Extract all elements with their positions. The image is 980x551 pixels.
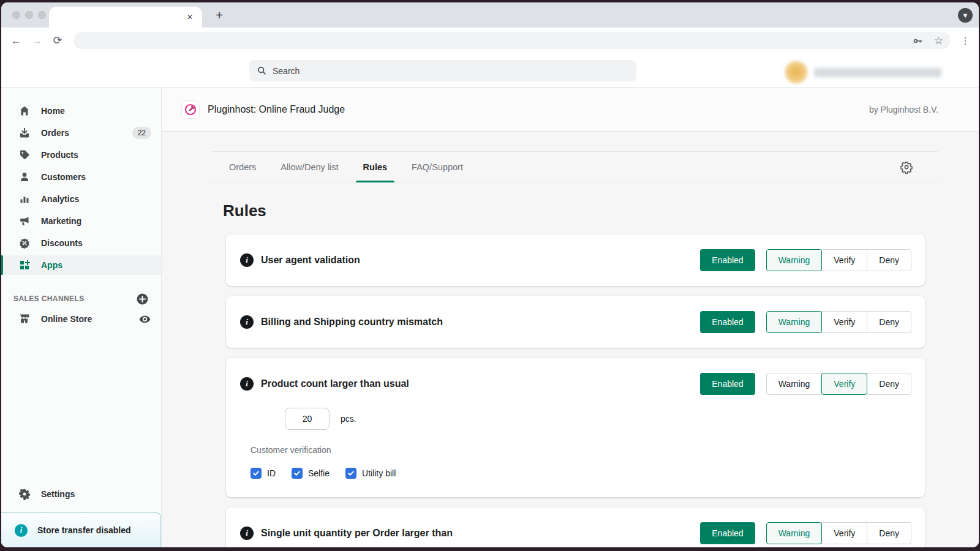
checkbox-label: Utility bill [362, 468, 396, 478]
action-deny-button[interactable]: Deny [867, 311, 911, 333]
reload-icon[interactable]: ⟳ [49, 32, 66, 49]
close-window-button[interactable] [12, 11, 20, 19]
rule-title: Single unit quantity per Order larger th… [261, 528, 700, 539]
orders-icon [18, 127, 31, 139]
action-deny-button[interactable]: Deny [867, 522, 911, 544]
tab-rules[interactable]: Rules [351, 152, 400, 182]
app-byline: by Pluginhost B.V. [869, 105, 938, 114]
rule-enabled-button[interactable]: Enabled [700, 311, 755, 333]
page-title: Rules [223, 201, 979, 220]
action-verify-button[interactable]: Verify [821, 311, 867, 333]
rule-title: Billing and Shipping country mismatch [261, 317, 700, 328]
sidebar-item-settings[interactable]: Settings [1, 484, 161, 504]
sidebar-item-label: Settings [41, 489, 151, 499]
info-icon[interactable]: i [240, 377, 254, 391]
app-header: Pluginhost: Online Fraud Judge by Plugin… [162, 88, 979, 132]
checkbox-selfie[interactable]: Selfie [292, 468, 330, 479]
info-icon[interactable]: i [240, 527, 254, 540]
view-online-store-eye-icon[interactable] [138, 313, 151, 326]
rule-card-product-count: i Product count larger than usual Enable… [226, 358, 925, 497]
tab-close-icon[interactable]: ✕ [184, 11, 196, 23]
sidebar-item-analytics[interactable]: Analytics [1, 189, 161, 209]
action-deny-button[interactable]: Deny [867, 249, 911, 271]
action-verify-button[interactable]: Verify [821, 249, 867, 271]
sidebar-item-customers[interactable]: Customers [1, 167, 161, 187]
minimize-window-button[interactable] [25, 11, 33, 19]
marketing-megaphone-icon [18, 215, 31, 227]
checkbox-label: Selfie [308, 468, 330, 478]
checkbox-utility-bill[interactable]: Utility bill [345, 468, 396, 479]
address-bar[interactable]: ☆ [74, 32, 951, 49]
sidebar-item-discounts[interactable]: Discounts [1, 233, 161, 253]
rule-card-single-unit-quantity: i Single unit quantity per Order larger … [226, 508, 925, 547]
sidebar-item-home[interactable]: Home [1, 101, 161, 121]
sidebar-item-orders[interactable]: Orders 22 [1, 123, 161, 143]
products-tag-icon [18, 149, 31, 161]
threshold-input[interactable] [285, 408, 330, 430]
action-warning-button[interactable]: Warning [766, 373, 823, 395]
window-traffic-lights[interactable] [12, 11, 46, 19]
checkbox-checked-icon [292, 468, 303, 479]
info-icon[interactable]: i [240, 253, 254, 267]
tab-allow-deny-list[interactable]: Allow/Deny list [268, 152, 350, 182]
verification-checkboxes: ID Selfie Utility bill [251, 468, 911, 479]
sidebar-item-label: Apps [41, 260, 151, 270]
sidebar-item-label: Analytics [41, 194, 151, 204]
search-placeholder: Search [273, 66, 300, 76]
info-icon[interactable]: i [240, 315, 254, 329]
search-input[interactable]: Search [249, 60, 636, 81]
sidebar-item-marketing[interactable]: Marketing [1, 211, 161, 231]
customers-icon [18, 171, 31, 183]
sidebar-item-products[interactable]: Products [1, 145, 161, 165]
sidebar-item-label: Orders [41, 128, 122, 138]
rule-action-segmented-control: Warning Verify Deny [766, 522, 911, 544]
sidebar-item-apps[interactable]: Apps [1, 255, 161, 275]
rule-title: User agent validation [261, 255, 700, 266]
sidebar-item-label: Discounts [41, 238, 151, 248]
back-icon[interactable]: ← [7, 32, 24, 49]
tab-faq-support[interactable]: FAQ/Support [399, 152, 475, 182]
bookmark-star-icon[interactable]: ☆ [934, 34, 943, 47]
sidebar-item-label: Online Store [41, 314, 128, 324]
sales-channels-header: SALES CHANNELS [1, 290, 161, 308]
action-warning-button[interactable]: Warning [766, 249, 823, 271]
rule-action-segmented-control: Warning Verify Deny [766, 311, 911, 333]
tab-orders[interactable]: Orders [217, 152, 268, 182]
zoom-window-button[interactable] [38, 11, 46, 19]
action-deny-button[interactable]: Deny [867, 373, 911, 395]
store-transfer-banner-text: Store transfer disabled [37, 525, 131, 535]
threshold-unit-label: pcs. [341, 414, 356, 424]
app-page: Orders Allow/Deny list Rules FAQ/Support… [162, 132, 979, 547]
account-menu[interactable] [784, 60, 942, 84]
sidebar: Home Orders 22 Products Customers [1, 88, 162, 547]
browser-tab[interactable]: ✕ [49, 7, 202, 28]
sidebar-item-label: Products [41, 150, 151, 160]
action-warning-button[interactable]: Warning [766, 522, 823, 544]
avatar [784, 60, 809, 84]
action-verify-button[interactable]: Verify [821, 522, 867, 544]
key-icon[interactable] [912, 35, 923, 46]
new-tab-button[interactable]: + [211, 7, 228, 24]
sidebar-item-label: Home [41, 106, 151, 116]
sidebar-item-label: Customers [41, 172, 151, 182]
apps-icon [18, 259, 31, 271]
rule-enabled-button[interactable]: Enabled [700, 249, 755, 271]
tab-search-icon[interactable]: ▼ [958, 8, 973, 23]
app-settings-gear-icon[interactable] [900, 160, 913, 174]
admin-topbar: Search [1, 53, 979, 88]
rules-list: i User agent validation Enabled Warning … [226, 234, 925, 547]
browser-tabstrip: ✕ + ▼ [1, 2, 979, 28]
settings-gear-icon [18, 488, 31, 500]
sidebar-item-online-store[interactable]: Online Store [1, 309, 161, 329]
home-icon [18, 105, 31, 117]
browser-menu-icon[interactable]: ⋮ [958, 35, 973, 47]
forward-icon[interactable]: → [28, 32, 45, 49]
action-warning-button[interactable]: Warning [766, 311, 823, 333]
checkbox-id[interactable]: ID [251, 468, 276, 479]
add-sales-channel-icon[interactable] [136, 293, 149, 305]
rule-enabled-button[interactable]: Enabled [700, 373, 755, 395]
sidebar-item-label: Marketing [41, 216, 151, 226]
rule-enabled-button[interactable]: Enabled [700, 522, 755, 544]
action-verify-button[interactable]: Verify [821, 373, 867, 395]
store-transfer-banner[interactable]: i Store transfer disabled [1, 512, 161, 547]
